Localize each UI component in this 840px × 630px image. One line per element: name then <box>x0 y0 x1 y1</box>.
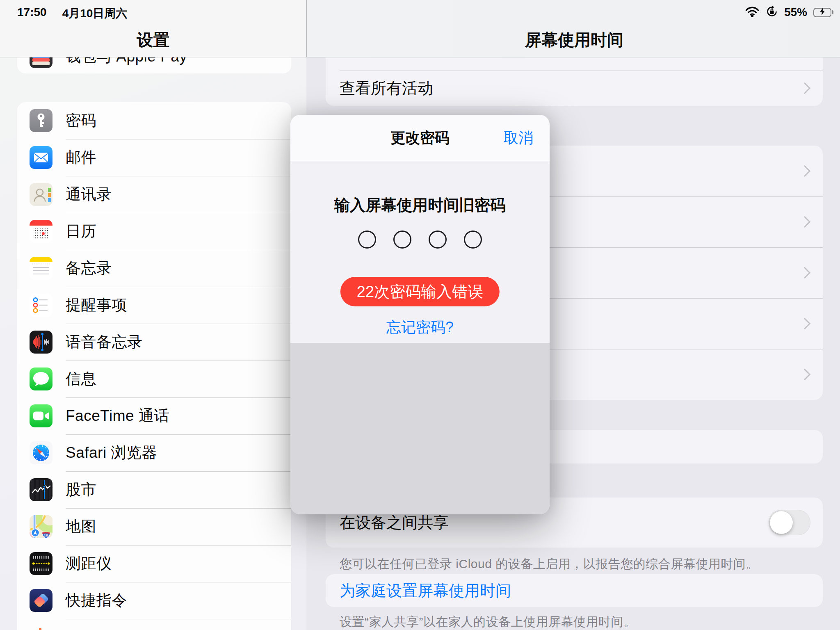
sidebar-item-notes[interactable]: 备忘录 <box>17 250 291 287</box>
row-label: 在设备之间共享 <box>340 512 449 533</box>
contacts-icon <box>30 183 52 206</box>
share-toggle[interactable] <box>769 510 810 535</box>
sidebar-item-calendar[interactable]: 日历 <box>17 213 291 250</box>
battery-charging-icon <box>813 8 833 17</box>
keypad-area <box>290 343 550 514</box>
messages-icon <box>30 368 52 390</box>
sidebar-item-contacts[interactable]: 通讯录 <box>17 176 291 213</box>
sidebar-item-safari[interactable]: Safari 浏览器 <box>17 434 291 471</box>
maps-icon: 280 <box>30 515 52 538</box>
status-time: 17:50 <box>17 6 47 21</box>
sidebar-item-maps[interactable]: 280 地图 <box>17 508 291 545</box>
passcode-dot-empty <box>429 231 447 249</box>
passcode-error-badge: 22次密码输入错误 <box>340 277 500 306</box>
battery-percent: 55% <box>784 6 807 19</box>
sidebar-item-label: FaceTime 通话 <box>66 406 169 426</box>
sidebar-item-label: 密码 <box>66 110 96 131</box>
reminders-icon <box>30 294 52 317</box>
status-bar-left: 17:50 4月10日周六 <box>17 6 127 21</box>
shortcuts-icon <box>30 589 52 612</box>
share-description: 您可以在任何已登录 iCloud 的设备上启用，以报告您的综合屏幕使用时间。 <box>340 556 824 573</box>
sheet-title: 更改密码 <box>390 128 450 148</box>
mail-icon <box>30 146 52 169</box>
sidebar-item-shortcuts[interactable]: 快捷指令 <box>17 582 291 619</box>
sidebar-item-label: 邮件 <box>66 147 96 168</box>
sidebar-item-messages[interactable]: 信息 <box>17 361 291 397</box>
passcode-dot-empty <box>464 231 482 249</box>
partial-app-icon <box>30 625 52 630</box>
sidebar-item-partial[interactable] <box>17 619 291 630</box>
activity-group: 查看所有活动 <box>326 57 823 106</box>
chevron-right-icon <box>799 267 810 278</box>
svg-text:280: 280 <box>44 534 48 537</box>
wifi-icon <box>745 6 760 19</box>
sidebar-item-facetime[interactable]: FaceTime 通话 <box>17 397 291 434</box>
wallet-icon <box>30 57 52 68</box>
sheet-header: 更改密码 取消 <box>290 115 550 161</box>
status-date: 4月10日周六 <box>62 6 128 21</box>
chevron-right-icon <box>799 82 810 94</box>
sidebar-item-label: Safari 浏览器 <box>66 443 157 463</box>
chevron-right-icon <box>799 318 810 329</box>
sidebar-item-label: 地图 <box>66 516 96 537</box>
sidebar-item-stocks[interactable]: 股市 <box>17 471 291 508</box>
passwords-icon <box>30 109 52 132</box>
passcode-dots <box>290 231 550 249</box>
sidebar-item-label: 股市 <box>66 479 96 500</box>
sidebar-item-passwords[interactable]: 密码 <box>17 102 291 139</box>
sidebar-item-reminders[interactable]: 提醒事项 <box>17 287 291 324</box>
sidebar-item-label: 测距仪 <box>66 553 112 574</box>
sidebar-item-label: 快捷指令 <box>66 590 127 611</box>
sidebar-item-mail[interactable]: 邮件 <box>17 139 291 176</box>
measure-icon <box>30 552 52 575</box>
settings-screen: 17:50 4月10日周六 55% <box>0 0 840 630</box>
sidebar-item-label: 日历 <box>66 221 96 242</box>
sidebar-title: 设置 <box>0 29 306 51</box>
passcode-prompt: 输入屏幕使用时间旧密码 <box>290 195 550 216</box>
view-all-activity-row[interactable]: 查看所有活动 <box>326 71 823 106</box>
sidebar-item-label: 信息 <box>66 369 96 389</box>
safari-icon <box>30 441 52 464</box>
page-title: 屏幕使用时间 <box>326 29 823 51</box>
sidebar-item-label: 语音备忘录 <box>66 332 143 352</box>
family-setup-link: 为家庭设置屏幕使用时间 <box>340 580 511 601</box>
stocks-icon <box>30 478 52 501</box>
row-label: 查看所有活动 <box>340 78 433 99</box>
sidebar-item-label: 备忘录 <box>66 258 112 278</box>
chevron-right-icon <box>799 165 810 177</box>
sidebar-app-list: 密码 邮件 通讯录 日历 备忘录 提醒事项 语音备忘录 信息 <box>17 102 291 630</box>
sidebar-item-measure[interactable]: 测距仪 <box>17 545 291 582</box>
sidebar-item-wallet[interactable]: 钱包与 Apple Pay <box>17 57 291 73</box>
chevron-right-icon <box>799 369 810 380</box>
sidebar-group-partial: 钱包与 Apple Pay <box>17 57 291 73</box>
facetime-icon <box>30 404 52 427</box>
voice-memos-icon <box>30 331 52 354</box>
toggle-knob <box>770 511 793 534</box>
family-description: 设置“家人共享”以在家人的设备上使用屏幕使用时间。 <box>340 614 824 630</box>
change-passcode-sheet: 更改密码 取消 输入屏幕使用时间旧密码 22次密码输入错误 忘记密码? <box>290 115 550 514</box>
forgot-passcode-link[interactable]: 忘记密码? <box>290 317 550 338</box>
calendar-icon <box>30 220 52 243</box>
status-bar-right: 55% <box>745 5 833 19</box>
sidebar-item-label: 钱包与 Apple Pay <box>66 57 187 67</box>
sidebar-item-label: 提醒事项 <box>66 295 127 315</box>
passcode-dot-empty <box>358 231 376 249</box>
family-setup-row[interactable]: 为家庭设置屏幕使用时间 <box>326 574 823 607</box>
sidebar-item-voice-memos[interactable]: 语音备忘录 <box>17 324 291 361</box>
panel-divider <box>306 0 307 57</box>
cancel-button[interactable]: 取消 <box>504 115 533 161</box>
chevron-right-icon <box>799 216 810 228</box>
rotation-lock-icon <box>766 5 778 19</box>
sidebar-item-label: 通讯录 <box>66 184 112 205</box>
notes-icon <box>30 257 52 280</box>
passcode-dot-empty <box>393 231 411 249</box>
